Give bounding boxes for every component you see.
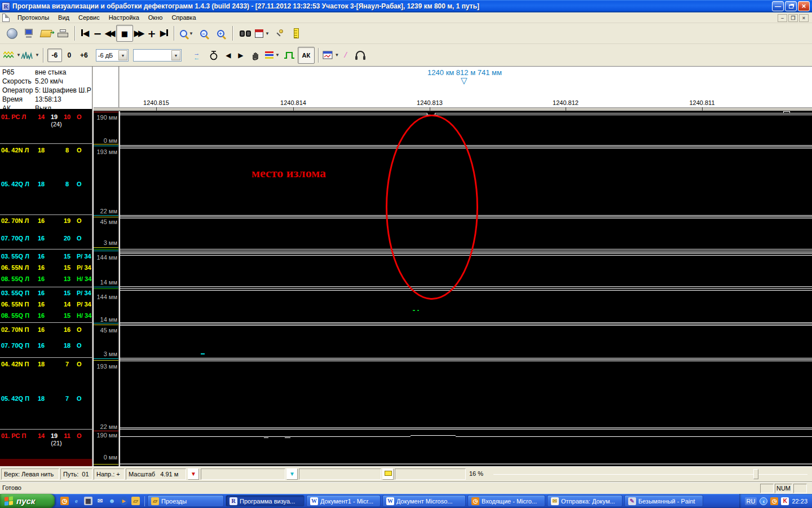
threshold-button[interactable]	[281, 47, 298, 64]
folder-icon[interactable]: ▱	[131, 497, 140, 505]
red-marker-button[interactable]: ▼	[188, 468, 199, 480]
forward-button[interactable]: ▶▶	[133, 25, 145, 42]
open-file-button[interactable]	[37, 25, 54, 42]
report-window-button[interactable]: ▼	[323, 47, 339, 64]
outlook-icon[interactable]: ◷	[60, 497, 69, 505]
channel-row[interactable]: 02. 70N Л1619О	[0, 217, 92, 225]
go-first-button[interactable]: ◀	[79, 25, 91, 42]
next-defect-button[interactable]: ▶	[235, 47, 247, 64]
gain-combobox[interactable]: -6 дБ ▼	[96, 49, 129, 62]
combobox-arrow-icon[interactable]: ▼	[171, 50, 180, 60]
filter-combobox[interactable]: ▼	[133, 49, 182, 62]
outlook-tray-icon[interactable]: ◷	[770, 497, 778, 505]
language-indicator[interactable]: RU	[745, 497, 757, 505]
ak-button[interactable]: АК	[298, 47, 315, 64]
antivirus-tray-icon[interactable]: K	[781, 497, 789, 505]
search-button[interactable]	[237, 25, 254, 42]
task-folder-proezdy[interactable]: ▱Проезды	[147, 495, 224, 507]
zoom-tool-button[interactable]: ▼	[178, 25, 195, 42]
menu-window[interactable]: Окно	[144, 13, 167, 22]
measure-mode-button[interactable]	[382, 468, 394, 480]
channel-row[interactable]: 05. 42Q П187О	[0, 395, 92, 402]
channel-row[interactable]: 05. 42Q Л188О	[0, 180, 92, 188]
channel-row[interactable]: 01. РС П141911О	[0, 432, 92, 440]
pin-button[interactable]	[271, 25, 288, 42]
channel-row[interactable]: 07. 70Q Л1620О	[0, 234, 92, 242]
task-paint[interactable]: ✎Безымянный - Paint	[624, 495, 703, 507]
internet-explorer-icon[interactable]: e	[72, 497, 81, 505]
menu-help[interactable]: Справка	[167, 13, 200, 22]
start-button[interactable]: пуск	[0, 494, 55, 508]
minimize-button[interactable]: —	[772, 1, 784, 11]
dropdown-arrow-icon[interactable]: ▼	[334, 52, 339, 58]
waveform-mode-button[interactable]: ▼	[3, 47, 21, 64]
dropdown-arrow-icon[interactable]: ▼	[275, 52, 280, 58]
menu-service[interactable]: Сервис	[74, 13, 104, 22]
menu-settings[interactable]: Настройка	[104, 13, 144, 22]
prev-defect-button[interactable]: ◀	[222, 47, 235, 64]
outlook-express-icon[interactable]: ✉	[96, 497, 104, 505]
step-forward-button[interactable]: +	[145, 25, 158, 42]
task-word-doc2[interactable]: WДокумент Microso...	[382, 495, 466, 507]
network-button[interactable]	[3, 25, 20, 42]
ruler-strip[interactable]	[94, 107, 812, 111]
mdi-document-icon[interactable]	[2, 14, 10, 22]
channel-row[interactable]: 04. 42N П187О	[0, 360, 92, 368]
channel-row[interactable]: 01. РС Л141910О	[0, 113, 92, 121]
zoom-slider-track[interactable]	[493, 474, 807, 475]
rewind-button[interactable]: ◀◀	[104, 25, 116, 42]
defectogram-plot[interactable]: место излома	[120, 111, 812, 466]
channel-row[interactable]: 03. 55Q П1615Р/ 34	[0, 289, 92, 297]
mdi-minimize-button[interactable]: –	[778, 14, 787, 22]
timer-button[interactable]	[205, 47, 222, 64]
menu-view[interactable]: Вид	[54, 13, 74, 22]
cyan-marker-button[interactable]: ▼	[286, 468, 298, 480]
go-last-button[interactable]: ▶	[158, 25, 170, 42]
measure-button[interactable]	[288, 25, 304, 42]
channel-row[interactable]: 07. 70Q П1618О	[0, 341, 92, 349]
dropdown-arrow-icon[interactable]: ▼	[16, 52, 21, 58]
swap-threads-button[interactable]: →←	[188, 47, 205, 64]
step-back-button[interactable]: −	[91, 25, 104, 42]
marker-button[interactable]: /	[339, 47, 352, 64]
zoom-out-button[interactable]: −	[195, 25, 212, 42]
task-sending-mail[interactable]: ✉Отправка: Докум...	[547, 495, 623, 507]
audio-button[interactable]	[352, 47, 369, 64]
combobox-arrow-icon[interactable]: ▼	[118, 50, 127, 60]
stop-button[interactable]: ■	[116, 25, 133, 42]
spectrum-mode-button[interactable]: ▼	[21, 47, 39, 64]
dropdown-arrow-icon[interactable]: ▼	[189, 31, 193, 36]
channel-row[interactable]: 08. 55Q П1615Н/ 34	[0, 312, 92, 319]
dropdown-arrow-icon[interactable]: ▼	[35, 52, 39, 58]
menu-protocols[interactable]: Протоколы	[13, 13, 54, 22]
channel-row[interactable]: 06. 55N П1614Р/ 34	[0, 300, 92, 308]
collapse-tray-icon[interactable]: ‹	[760, 497, 767, 505]
channel-row[interactable]: 04. 42N Л188О	[0, 146, 92, 154]
channel-colors-button[interactable]: ▼	[264, 47, 281, 64]
notes-button[interactable]: ▼	[254, 25, 271, 42]
restore-button[interactable]	[785, 1, 797, 11]
print-button[interactable]	[54, 25, 71, 42]
close-button[interactable]: ×	[798, 1, 810, 11]
messenger-icon[interactable]: ☻	[108, 497, 116, 505]
device-button[interactable]	[20, 25, 37, 42]
channel-row[interactable]: 02. 70N П1616О	[0, 326, 92, 334]
calculator-icon[interactable]: ▦	[84, 497, 92, 505]
zoom-in-button[interactable]: +	[212, 25, 229, 42]
media-player-icon[interactable]: ▸	[120, 497, 128, 505]
gain-minus6-button[interactable]: -6	[47, 49, 62, 62]
task-outlook-inbox[interactable]: ◷Входящие - Micro...	[467, 495, 545, 507]
cursor-marker-icon[interactable]: ▽	[461, 76, 467, 86]
mdi-restore-button[interactable]: ❐	[788, 14, 798, 22]
mdi-close-button[interactable]: ×	[799, 14, 809, 22]
dropdown-arrow-icon[interactable]: ▼	[265, 31, 270, 36]
gain-zero-button[interactable]: 0	[62, 49, 77, 62]
pan-button[interactable]	[247, 47, 264, 64]
channel-row[interactable]: 06. 55N Л1615Р/ 34	[0, 264, 92, 271]
task-defectogram-app[interactable]: RПрограмма визуа...	[226, 495, 304, 507]
channel-row[interactable]: 03. 55Q Л1615Р/ 34	[0, 252, 92, 260]
channel-row[interactable]: 08. 55Q Л1613Н/ 34	[0, 275, 92, 283]
zoom-slider-thumb[interactable]	[753, 469, 758, 479]
gain-plus6-button[interactable]: +6	[77, 49, 91, 62]
task-word-doc1[interactable]: WДокумент1 - Micr...	[306, 495, 381, 507]
